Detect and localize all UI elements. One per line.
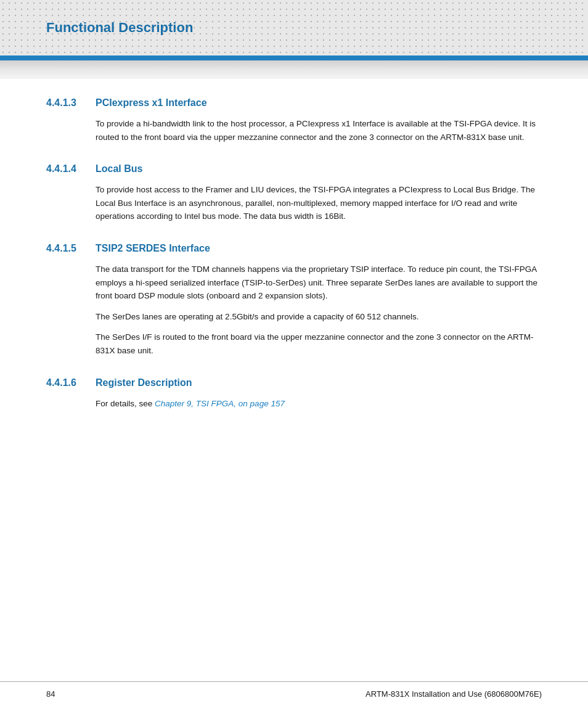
section-body-4415: The data transport for the TDM channels … bbox=[96, 263, 542, 358]
gray-band bbox=[0, 60, 588, 79]
header-title-bar: Functional Description bbox=[0, 0, 588, 55]
register-desc-link[interactable]: Chapter 9, TSI FPGA, on page 157 bbox=[155, 399, 285, 408]
section-title-4415: TSIP2 SERDES Interface bbox=[96, 243, 210, 254]
section-title-4416: Register Description bbox=[96, 377, 192, 388]
section-number-4415: 4.4.1.5 bbox=[46, 243, 96, 254]
section-4415: 4.4.1.5 TSIP2 SERDES Interface The data … bbox=[46, 243, 542, 358]
header: Functional Description bbox=[0, 0, 588, 55]
section-para-4415-0: The data transport for the TDM channels … bbox=[96, 263, 542, 303]
register-desc-prefix: For details, see bbox=[96, 399, 155, 408]
section-para-4414-0: To provide host access to the Framer and… bbox=[96, 183, 542, 223]
section-title-4414: Local Bus bbox=[96, 163, 142, 174]
section-heading-4414: 4.4.1.4 Local Bus bbox=[46, 163, 542, 174]
section-4416: 4.4.1.6 Register Description For details… bbox=[46, 377, 542, 411]
page-title: Functional Description bbox=[46, 20, 193, 36]
section-body-4416: For details, see Chapter 9, TSI FPGA, on… bbox=[96, 397, 542, 411]
section-heading-4415: 4.4.1.5 TSIP2 SERDES Interface bbox=[46, 243, 542, 254]
section-para-4413-0: To provide a hi-bandwidth link to the ho… bbox=[96, 117, 542, 144]
section-number-4416: 4.4.1.6 bbox=[46, 377, 96, 388]
blue-accent-bar bbox=[0, 55, 588, 60]
section-number-4414: 4.4.1.4 bbox=[46, 163, 96, 174]
section-title-4413: PCIexpress x1 Interface bbox=[96, 97, 207, 109]
section-para-4415-1: The SerDes lanes are operating at 2.5Gbi… bbox=[96, 310, 542, 324]
footer-doc-title: ARTM-831X Installation and Use (6806800M… bbox=[365, 689, 542, 699]
section-4414: 4.4.1.4 Local Bus To provide host access… bbox=[46, 163, 542, 223]
section-para-4416-0: For details, see Chapter 9, TSI FPGA, on… bbox=[96, 397, 542, 411]
section-body-4413: To provide a hi-bandwidth link to the ho… bbox=[96, 117, 542, 144]
section-number-4413: 4.4.1.3 bbox=[46, 97, 96, 109]
section-heading-4416: 4.4.1.6 Register Description bbox=[46, 377, 542, 388]
main-content: 4.4.1.3 PCIexpress x1 Interface To provi… bbox=[0, 79, 588, 467]
footer-page-number: 84 bbox=[46, 689, 55, 699]
section-4413: 4.4.1.3 PCIexpress x1 Interface To provi… bbox=[46, 97, 542, 144]
section-heading-4413: 4.4.1.3 PCIexpress x1 Interface bbox=[46, 97, 542, 109]
footer: 84 ARTM-831X Installation and Use (68068… bbox=[0, 681, 588, 706]
section-para-4415-2: The SerDes I/F is routed to the front bo… bbox=[96, 330, 542, 357]
section-body-4414: To provide host access to the Framer and… bbox=[96, 183, 542, 223]
